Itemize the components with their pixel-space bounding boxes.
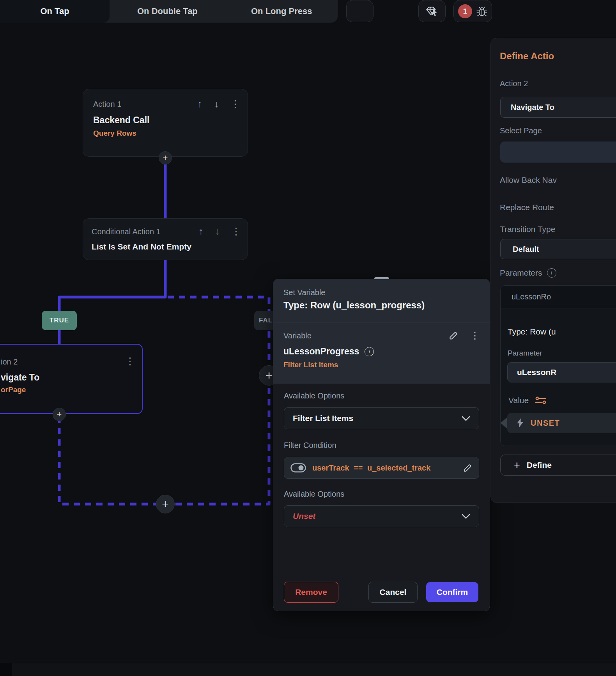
define-button[interactable]: + Define — [500, 455, 616, 476]
node-action-1-label: Action 1 — [93, 100, 121, 109]
info-icon[interactable]: i — [365, 347, 374, 356]
canvas-corner — [0, 663, 12, 676]
modal-kicker: Set Variable — [283, 288, 480, 297]
node-menu-icon[interactable]: ⋮ — [230, 99, 240, 109]
toolbar-button-extra[interactable] — [346, 0, 373, 22]
false-label: FAL — [259, 317, 273, 324]
modal-body: Available Options Filter List Items Filt… — [273, 384, 490, 612]
add-action-button[interactable]: + — [53, 408, 66, 421]
plus-icon: + — [162, 497, 169, 511]
confirm-label: Confirm — [437, 588, 468, 597]
edit-condition-icon[interactable] — [463, 463, 473, 473]
bug-icon — [476, 5, 488, 18]
define-label: Define — [527, 460, 552, 470]
plus-icon: + — [163, 153, 168, 163]
parameter-name: uLessonR — [517, 368, 557, 377]
tab-on-double-tap[interactable]: On Double Tap — [137, 0, 198, 23]
node-conditional-title: List Is Set And Not Empty — [92, 242, 191, 251]
options-label: Available Options — [284, 490, 479, 499]
value-source-select[interactable]: Unset — [284, 505, 479, 527]
debug-errors-button[interactable]: 1 — [453, 0, 492, 22]
node-menu-icon[interactable]: ⋮ — [231, 227, 241, 236]
filter-condition-label: Filter Condition — [284, 441, 479, 450]
true-label: TRUE — [50, 317, 69, 324]
variable-section: Variable ⋮ uLessonProgress i Filter List… — [273, 322, 490, 384]
move-up-icon[interactable]: ↑ — [198, 227, 204, 236]
confirm-button[interactable]: Confirm — [426, 582, 478, 602]
select-page-input[interactable] — [500, 142, 616, 163]
filter-condition-value: userTrack == u_selected_track — [312, 464, 430, 472]
parameter-type: Type: Row (u — [508, 327, 556, 336]
options-value: Filter List Items — [293, 414, 353, 423]
move-down-icon[interactable]: ↓ — [215, 227, 220, 236]
transition-type-select[interactable]: Default — [500, 239, 616, 259]
unset-value: Unset — [293, 511, 315, 521]
chevron-down-icon — [462, 514, 470, 519]
remove-label: Remove — [295, 588, 327, 597]
plus-icon: + — [514, 460, 520, 471]
allow-back-nav-label: Allow Back Nav — [500, 175, 557, 185]
add-action-button[interactable]: + — [156, 495, 175, 513]
parameter-card-header[interactable]: uLessonRo — [501, 286, 616, 308]
event-tab-strip: On Tap On Double Tap On Long Press — [0, 0, 338, 23]
options-label: Available Options — [284, 391, 479, 400]
parameters-label: Parameters — [500, 268, 542, 278]
flash-icon — [516, 418, 524, 428]
chevron-down-icon — [462, 416, 470, 421]
transition-type-label: Transition Type — [500, 225, 555, 234]
value-row: Value — [508, 396, 547, 405]
edit-variable-icon[interactable] — [448, 331, 458, 341]
info-glyph: i — [368, 349, 370, 355]
node-conditional-label: Conditional Action 1 — [92, 227, 161, 236]
node-menu-icon[interactable]: ⋮ — [125, 356, 135, 366]
action-number-label: Action 2 — [500, 79, 528, 88]
node-action-2[interactable]: ion 2 ⋮ vigate To orPage — [0, 344, 143, 414]
move-down-icon[interactable]: ↓ — [214, 99, 219, 109]
variable-name: uLessonProgress — [283, 346, 359, 357]
parameter-label: Parameter — [508, 349, 542, 357]
tab-on-tap-label: On Tap — [40, 6, 69, 16]
available-options-select[interactable]: Filter List Items — [284, 407, 479, 429]
cancel-label: Cancel — [380, 588, 407, 597]
node-action-1-title: Backend Call — [93, 115, 149, 126]
value-unset-field[interactable]: UNSET — [507, 413, 616, 433]
cancel-button[interactable]: Cancel — [368, 582, 418, 603]
action-flow-editor: On Tap On Double Tap On Long Press 1 — [0, 0, 616, 676]
tab-on-double-tap-label: On Double Tap — [137, 6, 198, 16]
plus-icon: + — [57, 409, 62, 419]
node-conditional-1[interactable]: Conditional Action 1 ↑ ↓ ⋮ List Is Set A… — [83, 218, 248, 260]
select-page-label: Select Page — [500, 126, 542, 135]
remove-button[interactable]: Remove — [284, 582, 338, 603]
add-action-button[interactable]: + — [159, 151, 172, 165]
unset-value: UNSET — [531, 419, 560, 428]
error-count-badge: 1 — [458, 4, 472, 18]
tab-on-long-press-label: On Long Press — [251, 6, 312, 16]
canvas-bottom-bar — [0, 663, 616, 676]
move-up-icon[interactable]: ↑ — [197, 99, 202, 109]
parameter-card-title: uLessonRo — [512, 292, 551, 301]
define-actions-panel: Define Actio Action 2 Navigate To Select… — [490, 38, 616, 503]
value-label: Value — [508, 396, 529, 405]
variable-menu-icon[interactable]: ⋮ — [470, 331, 480, 340]
flow-select-button[interactable] — [418, 0, 446, 22]
node-action-1-subtitle: Query Rows — [93, 129, 136, 138]
info-icon[interactable]: i — [547, 268, 556, 278]
modal-footer: Remove Cancel Confirm — [284, 582, 478, 603]
node-action-1[interactable]: Action 1 ↑ ↓ ⋮ Backend Call Query Rows — [83, 89, 248, 157]
set-variable-modal: Set Variable Type: Row (u_lesson_progres… — [273, 279, 490, 611]
true-branch-badge: TRUE — [42, 311, 77, 330]
variable-label: Variable — [283, 331, 312, 340]
transition-value: Default — [513, 245, 539, 254]
action-type-label: Navigate To — [511, 103, 554, 112]
tab-on-tap[interactable]: On Tap — [0, 0, 110, 23]
panel-header: Define Actio — [500, 51, 554, 62]
action-type-button[interactable]: Navigate To — [500, 97, 616, 118]
tab-on-long-press[interactable]: On Long Press — [251, 0, 312, 23]
filter-condition-field[interactable]: userTrack == u_selected_track — [284, 457, 479, 479]
toggle-icon[interactable] — [290, 463, 306, 472]
node-action-2-title: vigate To — [1, 372, 39, 383]
node-action-2-label: ion 2 — [1, 357, 18, 366]
plus-icon: + — [266, 368, 273, 383]
modal-header: Set Variable Type: Row (u_lesson_progres… — [273, 279, 490, 322]
parameter-name-field[interactable]: uLessonR — [507, 362, 616, 382]
